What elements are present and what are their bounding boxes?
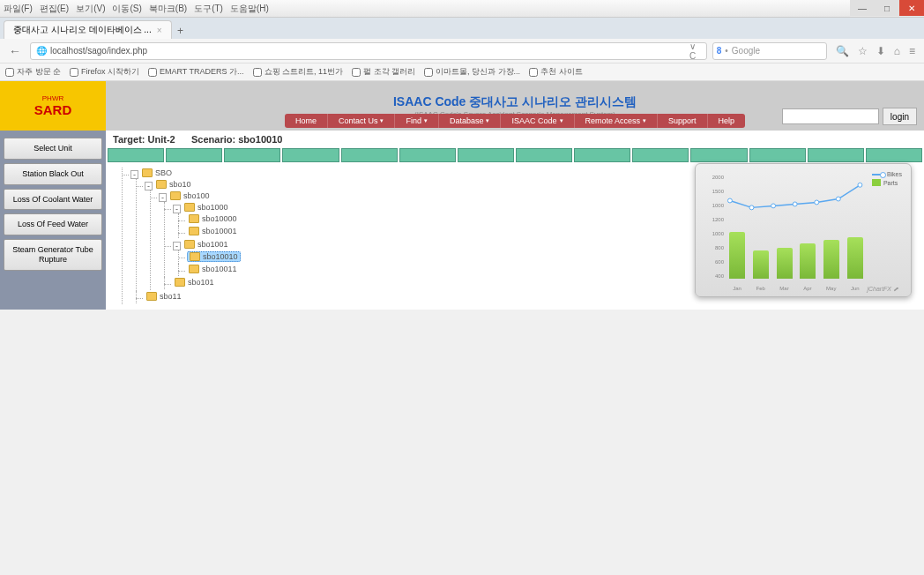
nav-find[interactable]: Find▾ xyxy=(395,114,439,128)
timeline-cell[interactable] xyxy=(808,148,864,162)
tree-node[interactable]: sbo1000 xyxy=(183,203,230,212)
chevron-down-icon: ▾ xyxy=(560,117,563,124)
chart-bar xyxy=(729,232,745,279)
menu-tools[interactable]: 도구(T) xyxy=(194,3,223,15)
nav-support[interactable]: Support xyxy=(658,114,708,128)
menu-edit[interactable]: 편집(E) xyxy=(40,3,69,15)
chart-x-axis: Jan Feb Mar Apr May Jun xyxy=(726,286,867,291)
timeline-cell[interactable] xyxy=(341,148,398,162)
sidebar-loss-feed[interactable]: Loss Of Feed Water xyxy=(4,213,102,235)
nav-database[interactable]: Database▾ xyxy=(439,114,502,128)
chart-widget: Bikes Parts 2000 1500 1000 1200 1000 800… xyxy=(695,163,912,297)
nav-contact[interactable]: Contact Us▾ xyxy=(328,114,396,128)
tree-node-root[interactable]: SBO xyxy=(140,168,174,177)
folder-icon xyxy=(189,214,199,223)
bookmark-item[interactable]: EMART TRADERS 가... xyxy=(148,66,244,78)
folder-icon xyxy=(184,240,195,249)
login-button[interactable]: login xyxy=(883,108,917,125)
main-content: Target: Unit-2 Scenario: sbo10010 -SBO xyxy=(106,131,924,310)
timeline-cell[interactable] xyxy=(516,148,572,162)
timeline-cell[interactable] xyxy=(749,148,806,162)
timeline-cell[interactable] xyxy=(108,148,164,162)
nav-isaac[interactable]: ISAAC Code▾ xyxy=(501,114,574,128)
menu-file[interactable]: 파일(F) xyxy=(4,3,33,15)
timeline-cell[interactable] xyxy=(866,148,922,162)
google-icon: 8 xyxy=(717,46,722,56)
tree-node[interactable]: sbo10001 xyxy=(187,227,239,235)
bookmark-item[interactable]: 추천 사이트 xyxy=(529,66,583,78)
bookmark-item[interactable]: 이마트몰, 당신과 가장... xyxy=(424,66,520,78)
chart-bar xyxy=(847,237,863,279)
reload-icon[interactable]: ∨ C xyxy=(687,41,699,61)
url-field[interactable]: 🌐 localhost/sago/index.php ∨ C xyxy=(30,42,707,60)
sidebar-sgtr[interactable]: Steam Generator Tube Rupture xyxy=(4,239,102,271)
chart-bar xyxy=(823,240,839,279)
nav-help[interactable]: Help xyxy=(708,114,746,128)
timeline-cell[interactable] xyxy=(690,148,747,162)
sidebar-loss-coolant[interactable]: Loss Of Coolant Water xyxy=(4,189,102,211)
chart-bar xyxy=(800,243,816,279)
timeline-cell[interactable] xyxy=(224,148,280,162)
context-bar: Target: Unit-2 Scenario: sbo10010 xyxy=(106,131,924,148)
nav-back-button[interactable]: ← xyxy=(5,41,25,61)
tree-node[interactable]: sbo101 xyxy=(173,278,216,287)
bookmark-item[interactable]: 쇼핑 스트리트, 11번가 xyxy=(253,66,344,78)
downloads-icon[interactable]: ⬇ xyxy=(876,45,885,57)
timeline-cell[interactable] xyxy=(632,148,689,162)
page-title: ISAAC Code 중대사고 시나리오 관리시스템 xyxy=(393,94,637,110)
nav-home[interactable]: Home xyxy=(285,114,328,128)
legend-line-icon xyxy=(872,174,884,175)
timeline-cell[interactable] xyxy=(166,148,222,162)
timeline-cell[interactable] xyxy=(399,148,456,162)
globe-icon: 🌐 xyxy=(36,46,47,56)
timeline-cell[interactable] xyxy=(458,148,514,162)
nav-remote[interactable]: Remote Access▾ xyxy=(575,114,659,128)
tree-node[interactable]: sbo10 xyxy=(154,180,193,189)
tree-node[interactable]: sbo1001 xyxy=(183,240,230,249)
os-window-menubar: 파일(F) 편집(E) 보기(V) 이동(S) 북마크(B) 도구(T) 도움말… xyxy=(0,0,924,18)
tree-node[interactable]: sbo10000 xyxy=(187,214,239,223)
folder-icon xyxy=(184,203,195,212)
star-icon[interactable]: ☆ xyxy=(858,45,868,57)
tree-toggle[interactable]: - xyxy=(173,205,181,213)
legend-bar-icon xyxy=(872,179,881,186)
tree-toggle[interactable]: - xyxy=(130,170,138,179)
tree-node[interactable]: sbo100 xyxy=(168,191,212,200)
new-tab-button[interactable]: + xyxy=(172,23,190,39)
menu-bookmarks[interactable]: 북마크(B) xyxy=(149,3,187,15)
sidebar-select-unit[interactable]: Select Unit xyxy=(4,138,102,160)
window-minimize-button[interactable]: — xyxy=(850,0,875,16)
chart-brand-label: jChartFX ⬈ xyxy=(867,286,898,293)
timeline-cell[interactable] xyxy=(282,148,339,162)
login-input[interactable] xyxy=(782,108,879,124)
browser-search-field[interactable]: 8 • Google xyxy=(712,42,827,60)
tree-node[interactable]: sbo10011 xyxy=(187,265,239,273)
home-icon[interactable]: ⌂ xyxy=(894,45,900,57)
tree-toggle[interactable]: - xyxy=(173,242,181,250)
browser-tab[interactable]: 중대사고 시나리오 데이타베이스 ... × xyxy=(4,20,172,39)
tree-node-selected[interactable]: sbo10010 xyxy=(187,251,241,262)
tree-toggle[interactable]: - xyxy=(145,182,153,190)
sidebar-station-blackout[interactable]: Station Black Out xyxy=(4,163,102,185)
tree-node[interactable]: sbo11 xyxy=(145,292,183,301)
chevron-down-icon: ▾ xyxy=(424,117,428,124)
bookmark-item[interactable]: 펄 조각 갤러리 xyxy=(352,66,415,78)
tab-close-icon[interactable]: × xyxy=(157,26,162,35)
folder-icon xyxy=(189,227,199,235)
search-icon[interactable]: 🔍 xyxy=(836,45,849,57)
bookmark-item[interactable]: 자주 방문 순 xyxy=(5,66,61,78)
window-maximize-button[interactable]: □ xyxy=(875,0,899,16)
chevron-down-icon: ▾ xyxy=(643,117,646,124)
menu-view[interactable]: 보기(V) xyxy=(76,3,105,15)
folder-icon xyxy=(175,278,185,287)
menu-help[interactable]: 도움말(H) xyxy=(230,3,269,15)
window-close-button[interactable]: ✕ xyxy=(899,0,924,16)
menu-go[interactable]: 이동(S) xyxy=(112,3,141,15)
menu-icon[interactable]: ≡ xyxy=(909,45,915,57)
chevron-down-icon: ▾ xyxy=(380,117,384,124)
tree-toggle[interactable]: - xyxy=(159,193,167,202)
timeline-cell[interactable] xyxy=(574,148,630,162)
chevron-down-icon: ▾ xyxy=(486,117,489,124)
bookmark-item[interactable]: Firefox 시작하기 xyxy=(70,66,139,78)
folder-icon xyxy=(190,252,200,261)
